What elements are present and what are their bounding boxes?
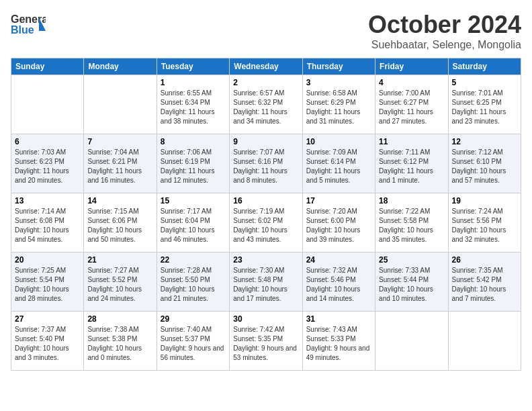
day-info: Sunrise: 7:11 AMSunset: 6:12 PMDaylight:… [379, 148, 444, 185]
day-number: 21 [87, 255, 152, 265]
calendar-cell: 15Sunrise: 7:17 AMSunset: 6:04 PMDayligh… [157, 193, 229, 253]
calendar-cell: 30Sunrise: 7:42 AMSunset: 5:35 PMDayligh… [230, 312, 302, 371]
calendar-cell: 25Sunrise: 7:33 AMSunset: 5:44 PMDayligh… [375, 253, 448, 312]
day-number: 5 [452, 78, 517, 87]
calendar-cell: 23Sunrise: 7:30 AMSunset: 5:48 PMDayligh… [230, 253, 302, 312]
day-number: 1 [161, 78, 226, 87]
calendar-cell: 18Sunrise: 7:22 AMSunset: 5:58 PMDayligh… [375, 193, 448, 253]
calendar-cell: 24Sunrise: 7:32 AMSunset: 5:46 PMDayligh… [302, 253, 375, 312]
calendar-cell [375, 312, 448, 371]
calendar-cell: 5Sunrise: 7:01 AMSunset: 6:25 PMDaylight… [448, 75, 521, 134]
day-info: Sunrise: 7:20 AMSunset: 6:00 PMDaylight:… [306, 207, 371, 244]
day-number: 23 [233, 255, 298, 265]
day-info: Sunrise: 7:33 AMSunset: 5:44 PMDaylight:… [379, 266, 444, 304]
day-info: Sunrise: 7:00 AMSunset: 6:27 PMDaylight:… [379, 89, 444, 126]
calendar-cell: 7Sunrise: 7:04 AMSunset: 6:21 PMDaylight… [84, 134, 157, 193]
calendar-cell [11, 75, 84, 134]
week-row-4: 20Sunrise: 7:25 AMSunset: 5:54 PMDayligh… [11, 253, 521, 312]
day-number: 24 [306, 255, 371, 265]
day-number: 8 [161, 137, 226, 146]
weekday-header-saturday: Saturday [448, 58, 521, 75]
page-header: General Blue October 2024 Suehbaatar, Se… [11, 11, 521, 51]
day-info: Sunrise: 7:28 AMSunset: 5:50 PMDaylight:… [161, 266, 226, 304]
calendar-cell: 4Sunrise: 7:00 AMSunset: 6:27 PMDaylight… [375, 75, 448, 134]
day-number: 6 [15, 137, 80, 146]
day-info: Sunrise: 7:01 AMSunset: 6:25 PMDaylight:… [452, 89, 517, 126]
day-info: Sunrise: 7:42 AMSunset: 5:35 PMDaylight:… [233, 325, 298, 363]
calendar-cell: 1Sunrise: 6:55 AMSunset: 6:34 PMDaylight… [157, 75, 229, 134]
day-number: 4 [379, 78, 444, 87]
calendar-cell: 31Sunrise: 7:43 AMSunset: 5:33 PMDayligh… [302, 312, 375, 371]
day-info: Sunrise: 7:07 AMSunset: 6:16 PMDaylight:… [233, 148, 298, 185]
calendar-cell: 20Sunrise: 7:25 AMSunset: 5:54 PMDayligh… [11, 253, 84, 312]
weekday-header-thursday: Thursday [302, 58, 375, 75]
weekday-header-monday: Monday [84, 58, 157, 75]
calendar-cell: 12Sunrise: 7:12 AMSunset: 6:10 PMDayligh… [448, 134, 521, 193]
day-number: 12 [452, 137, 517, 146]
day-info: Sunrise: 7:03 AMSunset: 6:23 PMDaylight:… [15, 148, 80, 185]
calendar-cell: 11Sunrise: 7:11 AMSunset: 6:12 PMDayligh… [375, 134, 448, 193]
day-number: 26 [452, 255, 517, 265]
week-row-3: 13Sunrise: 7:14 AMSunset: 6:08 PMDayligh… [11, 193, 521, 253]
month-title: October 2024 [368, 11, 521, 39]
calendar-cell: 16Sunrise: 7:19 AMSunset: 6:02 PMDayligh… [230, 193, 302, 253]
day-number: 15 [161, 196, 226, 205]
day-info: Sunrise: 7:06 AMSunset: 6:19 PMDaylight:… [161, 148, 226, 185]
week-row-2: 6Sunrise: 7:03 AMSunset: 6:23 PMDaylight… [11, 134, 521, 193]
day-info: Sunrise: 6:58 AMSunset: 6:29 PMDaylight:… [306, 89, 371, 126]
weekday-header-sunday: Sunday [11, 58, 84, 75]
location-title: Suehbaatar, Selenge, Mongolia [368, 39, 521, 51]
day-number: 16 [233, 196, 298, 205]
calendar-cell: 13Sunrise: 7:14 AMSunset: 6:08 PMDayligh… [11, 193, 84, 253]
calendar-cell: 19Sunrise: 7:24 AMSunset: 5:56 PMDayligh… [448, 193, 521, 253]
day-number: 17 [306, 196, 371, 205]
day-number: 31 [306, 314, 371, 324]
day-info: Sunrise: 7:09 AMSunset: 6:14 PMDaylight:… [306, 148, 371, 185]
svg-text:Blue: Blue [11, 24, 34, 36]
calendar-cell: 8Sunrise: 7:06 AMSunset: 6:19 PMDaylight… [157, 134, 229, 193]
day-number: 29 [161, 314, 226, 324]
calendar-cell: 14Sunrise: 7:15 AMSunset: 6:06 PMDayligh… [84, 193, 157, 253]
day-info: Sunrise: 7:27 AMSunset: 5:52 PMDaylight:… [87, 266, 152, 304]
day-number: 14 [87, 196, 152, 205]
calendar-cell: 2Sunrise: 6:57 AMSunset: 6:32 PMDaylight… [230, 75, 302, 134]
logo: General Blue [11, 11, 46, 36]
day-number: 19 [452, 196, 517, 205]
day-info: Sunrise: 7:43 AMSunset: 5:33 PMDaylight:… [306, 325, 371, 363]
day-info: Sunrise: 7:24 AMSunset: 5:56 PMDaylight:… [452, 207, 517, 244]
day-number: 22 [161, 255, 226, 265]
day-info: Sunrise: 7:22 AMSunset: 5:58 PMDaylight:… [379, 207, 444, 244]
day-number: 25 [379, 255, 444, 265]
day-number: 18 [379, 196, 444, 205]
calendar-cell: 26Sunrise: 7:35 AMSunset: 5:42 PMDayligh… [448, 253, 521, 312]
day-info: Sunrise: 7:30 AMSunset: 5:48 PMDaylight:… [233, 266, 298, 304]
day-number: 10 [306, 137, 371, 146]
calendar-cell: 17Sunrise: 7:20 AMSunset: 6:00 PMDayligh… [302, 193, 375, 253]
calendar-cell: 10Sunrise: 7:09 AMSunset: 6:14 PMDayligh… [302, 134, 375, 193]
day-info: Sunrise: 7:32 AMSunset: 5:46 PMDaylight:… [306, 266, 371, 304]
day-info: Sunrise: 6:55 AMSunset: 6:34 PMDaylight:… [161, 89, 226, 126]
calendar-table: SundayMondayTuesdayWednesdayThursdayFrid… [11, 58, 521, 371]
day-number: 9 [233, 137, 298, 146]
day-info: Sunrise: 7:19 AMSunset: 6:02 PMDaylight:… [233, 207, 298, 244]
day-info: Sunrise: 7:12 AMSunset: 6:10 PMDaylight:… [452, 148, 517, 185]
title-block: October 2024 Suehbaatar, Selenge, Mongol… [368, 11, 521, 51]
day-info: Sunrise: 7:14 AMSunset: 6:08 PMDaylight:… [15, 207, 80, 244]
weekday-header-tuesday: Tuesday [157, 58, 229, 75]
calendar-cell [84, 75, 157, 134]
day-info: Sunrise: 7:38 AMSunset: 5:38 PMDaylight:… [87, 325, 152, 363]
day-info: Sunrise: 7:15 AMSunset: 6:06 PMDaylight:… [87, 207, 152, 244]
day-number: 28 [87, 314, 152, 324]
day-info: Sunrise: 7:04 AMSunset: 6:21 PMDaylight:… [87, 148, 152, 185]
day-number: 30 [233, 314, 298, 324]
day-number: 11 [379, 137, 444, 146]
calendar-cell: 21Sunrise: 7:27 AMSunset: 5:52 PMDayligh… [84, 253, 157, 312]
calendar-cell: 3Sunrise: 6:58 AMSunset: 6:29 PMDaylight… [302, 75, 375, 134]
week-row-5: 27Sunrise: 7:37 AMSunset: 5:40 PMDayligh… [11, 312, 521, 371]
day-number: 2 [233, 78, 298, 87]
day-number: 13 [15, 196, 80, 205]
calendar-cell: 28Sunrise: 7:38 AMSunset: 5:38 PMDayligh… [84, 312, 157, 371]
logo-icon: General Blue [11, 11, 46, 36]
calendar-cell [448, 312, 521, 371]
calendar-cell: 27Sunrise: 7:37 AMSunset: 5:40 PMDayligh… [11, 312, 84, 371]
